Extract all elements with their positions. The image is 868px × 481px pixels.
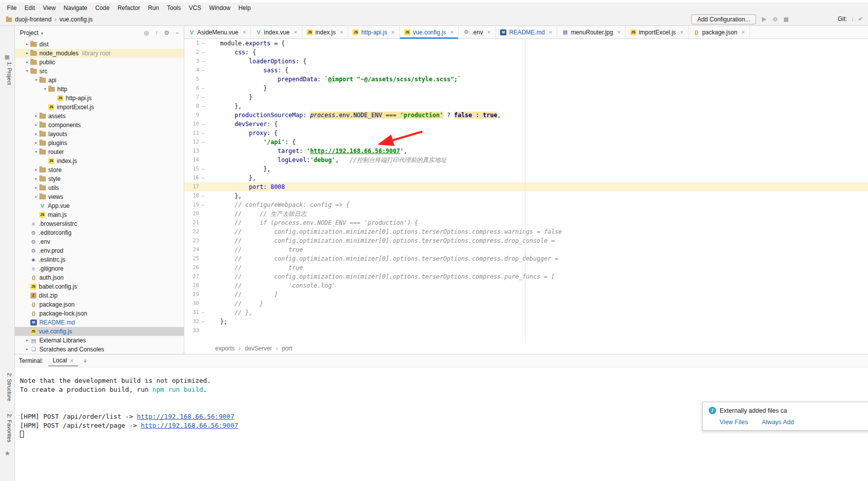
code-line[interactable]: 29 // ] — [184, 290, 868, 299]
editor-tab-index.vue[interactable]: Vindex.vue✕ — [251, 26, 302, 38]
tree-item-node_modules[interactable]: ▸node_moduleslibrary root — [15, 49, 184, 58]
close-icon[interactable]: ✕ — [742, 30, 745, 35]
close-icon[interactable]: ✕ — [391, 30, 395, 35]
tree-item-store[interactable]: ▸store — [15, 165, 184, 174]
terminal-label[interactable]: Terminal: — [19, 357, 43, 364]
tree-item-External Libraries[interactable]: ▸▤External Libraries — [15, 336, 184, 345]
tree-item-babel.config.js[interactable]: JSbabel.config.js — [15, 282, 184, 291]
tree-item-assets[interactable]: ▸assets — [15, 112, 184, 121]
close-icon[interactable]: ✕ — [617, 30, 621, 35]
close-icon[interactable] — [70, 357, 74, 364]
fold-icon[interactable]: − — [199, 164, 207, 173]
code-editor[interactable]: 1−module.exports = {2− css: {3− loaderOp… — [184, 39, 868, 335]
tree-item-.editorconfig[interactable]: ⚙.editorconfig — [15, 228, 184, 237]
always-add-link[interactable]: Always Add — [762, 419, 794, 426]
editor-tab-AsideMenu.vue[interactable]: VAsideMenu.vue✕ — [184, 26, 251, 38]
git-commit-icon[interactable]: ✔ — [858, 15, 863, 22]
code-line[interactable]: 4− sass: { — [184, 66, 868, 75]
code-line[interactable]: 19− // configureWebpack: config => { — [184, 200, 868, 209]
favorites-star-icon[interactable]: ★ — [4, 450, 10, 457]
menu-item-edit[interactable]: Edit — [20, 2, 39, 13]
menu-item-help[interactable]: Help — [235, 2, 255, 13]
tool-window-favorites[interactable]: 2: Favorites — [6, 414, 12, 442]
close-icon[interactable]: ✕ — [243, 30, 247, 35]
tree-item-vue.config.js[interactable]: JSvue.config.js — [15, 327, 184, 336]
tree-arrow-icon[interactable]: ▸ — [24, 58, 30, 67]
code-line[interactable]: 28 // 'console.log' — [184, 281, 868, 290]
project-tool-icon[interactable]: ▦ — [4, 54, 9, 60]
close-icon[interactable]: ✕ — [450, 30, 454, 35]
code-line[interactable]: 6− } — [184, 84, 868, 93]
close-icon[interactable]: ✕ — [487, 30, 491, 35]
code-line[interactable]: 2− css: { — [184, 48, 868, 57]
tree-item-.browserslistrc[interactable]: ≡.browserslistrc — [15, 219, 184, 228]
menu-item-view[interactable]: View — [39, 2, 60, 13]
breadcrumb-exports[interactable]: exports — [214, 345, 236, 352]
tree-item-src[interactable]: ▾src — [15, 67, 184, 76]
code-line[interactable]: 16− }, — [184, 173, 868, 182]
tree-item-importExcel.js[interactable]: JSimportExcel.js — [15, 103, 184, 112]
fold-icon[interactable]: − — [199, 308, 207, 317]
run-icon[interactable] — [762, 17, 766, 22]
close-icon[interactable]: ✕ — [549, 30, 553, 35]
menu-item-window[interactable]: Window — [205, 2, 235, 13]
editor-tab-index.js[interactable]: JSindex.js✕ — [302, 26, 348, 38]
tree-item-.eslintrc.js[interactable]: ◆.eslintrc.js — [15, 255, 184, 264]
tree-item-package-lock.json[interactable]: {}package-lock.json — [15, 309, 184, 318]
tree-item-components[interactable]: ▸components — [15, 121, 184, 130]
tree-arrow-icon[interactable]: ▸ — [33, 139, 39, 148]
code-line[interactable]: 14 logLevel:'debug', //控制台终端打印代理前的真实地址 — [184, 156, 868, 164]
code-line[interactable]: 32−}; — [184, 317, 868, 326]
code-line[interactable]: 21 // if (process.env.NODE_ENV === 'prod… — [184, 218, 868, 227]
view-files-link[interactable]: View Files — [720, 419, 748, 426]
tree-arrow-icon[interactable]: ▸ — [24, 40, 30, 49]
editor-tab-vue.config.js[interactable]: JSvue.config.js✕ — [400, 26, 459, 38]
editor-tab-http-api.js[interactable]: JShttp-api.js✕ — [348, 26, 400, 38]
tree-arrow-icon[interactable]: ▸ — [33, 165, 39, 174]
code-line[interactable]: 31− // }, — [184, 308, 868, 317]
tree-item-views[interactable]: ▸views — [15, 192, 184, 201]
fold-icon[interactable]: − — [199, 102, 207, 111]
tree-item-package.json[interactable]: {}package.json — [15, 300, 184, 309]
tree-arrow-icon[interactable]: ▾ — [42, 85, 48, 94]
breadcrumb-file[interactable]: vue.config.js — [59, 16, 93, 23]
code-line[interactable]: 27 // config.optimization.minimizer[0].o… — [184, 272, 868, 281]
tree-arrow-icon[interactable]: ▸ — [24, 49, 30, 58]
tree-item-App.vue[interactable]: VApp.vue — [15, 201, 184, 210]
breadcrumb-project[interactable]: duoji-frontend — [15, 16, 51, 23]
close-icon[interactable]: ✕ — [294, 30, 298, 35]
code-line[interactable]: 22 // config.optimization.minimizer[0].o… — [184, 227, 868, 236]
fold-icon[interactable]: − — [199, 138, 207, 147]
code-line[interactable]: 8− }, — [184, 102, 868, 111]
code-line[interactable]: 23 // config.optimization.minimizer[0].o… — [184, 236, 868, 245]
tree-item-dist.zip[interactable]: Zdist.zip — [15, 291, 184, 300]
breadcrumb-devServer[interactable]: devServer — [244, 345, 273, 352]
menu-item-refactor[interactable]: Refactor — [114, 2, 144, 13]
code-line[interactable]: 17 port: 8008 — [184, 182, 868, 191]
settings-gear-icon[interactable]: ⚙ — [164, 29, 169, 36]
tool-window-structure[interactable]: 2: Structure — [6, 373, 12, 401]
tree-item-utils[interactable]: ▸utils — [15, 183, 184, 192]
terminal-tab-local[interactable]: Local — [48, 355, 78, 366]
git-update-icon[interactable]: ↓ — [851, 15, 854, 22]
menu-item-vcs[interactable]: VCS — [185, 2, 205, 13]
code-line[interactable]: 24 // true — [184, 245, 868, 254]
fold-icon[interactable]: − — [199, 84, 207, 93]
tree-arrow-icon[interactable]: ▸ — [24, 336, 30, 345]
code-line[interactable]: 7− } — [184, 93, 868, 102]
tree-arrow-icon[interactable]: ▸ — [33, 183, 39, 192]
fold-icon[interactable]: − — [199, 129, 207, 138]
tree-item-.env[interactable]: ⚙.env — [15, 237, 184, 246]
tree-item-http[interactable]: ▾http — [15, 85, 184, 94]
code-line[interactable]: 11− proxy: { — [184, 129, 868, 138]
tree-item-dist[interactable]: ▸dist — [15, 40, 184, 49]
menu-item-code[interactable]: Code — [91, 2, 114, 13]
tree-item-plugins[interactable]: ▸plugins — [15, 139, 184, 148]
tree-arrow-icon[interactable]: ▸ — [33, 112, 39, 121]
editor-tab-package.json[interactable]: {}package.json✕ — [689, 26, 750, 38]
code-line[interactable]: 30 // } — [184, 299, 868, 308]
close-icon[interactable]: ✕ — [340, 30, 344, 35]
menu-item-tools[interactable]: Tools — [163, 2, 185, 13]
chevron-down-icon[interactable] — [38, 29, 43, 36]
tree-item-Scratches and Consoles[interactable]: ▸❏Scratches and Consoles — [15, 345, 184, 354]
